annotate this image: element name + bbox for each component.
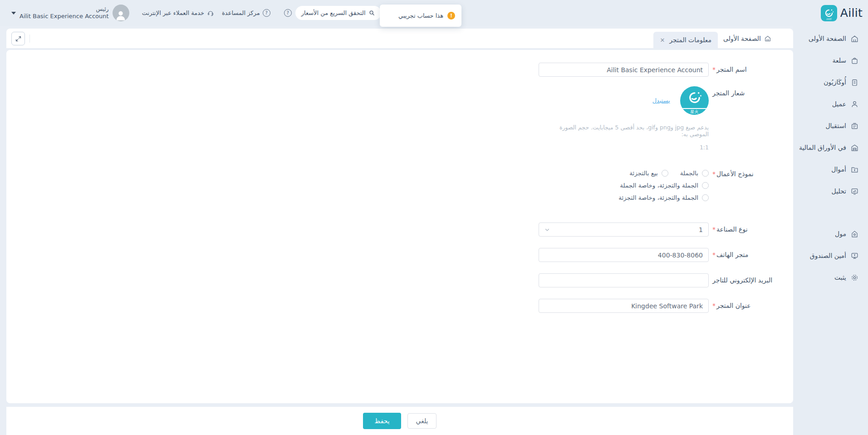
account-name: Ailit Basic Experience Account — [20, 13, 109, 20]
analysis-icon — [850, 187, 859, 196]
help-question-icon[interactable]: ? — [284, 9, 292, 17]
save-button[interactable]: يحفظ — [363, 413, 401, 429]
sidebar-item-label: في الأوراق المالية — [799, 144, 846, 151]
sidebar-item-analysis[interactable]: تحليل — [793, 180, 868, 202]
chevron-down-icon[interactable] — [11, 12, 16, 15]
sidebar: intl Ailit الصفحة الأولى سلعة أُوكَازيُو… — [793, 0, 868, 435]
tab-store-info[interactable]: معلومات المتجر ✕ — [653, 32, 718, 48]
merchant-email-input[interactable] — [539, 273, 709, 287]
quick-price-check-search[interactable]: التحقق السريع من الأسعار — [295, 6, 381, 20]
expand-button[interactable] — [11, 32, 25, 45]
customer-service-label: خدمة العملاء عبر الإنترنت — [142, 10, 204, 16]
store-name-row: اسم المتجر* — [6, 63, 786, 77]
demo-account-toast: ! هذا حساب تجريبي — [380, 5, 461, 27]
store-info-form-panel: اسم المتجر* شعار المتجر 星火 يستبدل يدعم ص… — [6, 50, 793, 403]
home-icon — [764, 35, 771, 42]
customer-service-item[interactable]: خدمة العملاء عبر الإنترنت — [142, 10, 214, 17]
warehouse-icon — [850, 143, 859, 152]
sidebar-item-label: سلعة — [832, 57, 846, 64]
account-block[interactable]: رئيس Ailit Basic Experience Account — [20, 6, 109, 20]
sidebar-item-label: الصفحة الأولى — [809, 35, 846, 42]
avatar[interactable] — [113, 5, 129, 21]
radio-mainly-wholesale[interactable]: الجملة والتجزئة، وخاصة الجملة — [620, 182, 709, 189]
tab-store-info-label: معلومات المتجر — [669, 36, 711, 44]
store-phone-row: متجر الهاتف* — [6, 248, 786, 262]
required-mark: * — [712, 302, 716, 309]
brand-name: Ailit — [840, 6, 863, 20]
receive-icon — [850, 122, 859, 130]
merchant-email-row: البريد الإلكتروني للتاجر — [6, 273, 786, 287]
store-phone-input[interactable] — [539, 248, 709, 262]
store-logo-row: شعار المتجر 星火 يستبدل يدعم صيغ jpg وpng … — [6, 86, 786, 151]
industry-type-value: 1 — [699, 226, 703, 233]
clipboard-icon — [850, 78, 859, 87]
store-name-label: اسم المتجر* — [709, 63, 786, 77]
sidebar-nav: الصفحة الأولى سلعة أُوكَازيُون عميل استق… — [793, 26, 868, 288]
sidebar-item-customer[interactable]: عميل — [793, 93, 868, 115]
sidebar-item-label: أموال — [831, 166, 846, 173]
brand-badge: intl — [826, 17, 832, 20]
sidebar-item-label: أمين الصندوق — [810, 252, 846, 259]
sidebar-item-label: مول — [835, 230, 846, 237]
close-icon[interactable]: ✕ — [660, 37, 665, 43]
store-logo-image: 星火 — [680, 86, 709, 115]
logo-upload-hint: يدعم صيغ jpg وpng وgif، بحد أقصى 5 ميجاب… — [539, 124, 709, 138]
mall-icon — [850, 230, 859, 238]
goods-bag-icon — [850, 56, 859, 65]
business-model-row: نموذج الأعمال* بالجملة بيع بالتجزئة الجم… — [6, 167, 786, 206]
required-mark: * — [712, 251, 716, 258]
help-center-label: مركز المساعدة — [222, 10, 260, 16]
help-center-item[interactable]: ? مركز المساعدة — [222, 9, 270, 17]
industry-type-label: نوع الصناعة* — [709, 222, 786, 237]
sidebar-item-mall[interactable]: مول — [793, 223, 868, 245]
store-address-label: عنوان المتجر* — [709, 299, 786, 313]
industry-type-select[interactable]: 1 — [539, 222, 709, 237]
radio-wholesale[interactable]: بالجملة — [680, 169, 709, 177]
headset-icon — [207, 10, 214, 17]
sidebar-item-cashier[interactable]: أمين الصندوق — [793, 245, 868, 267]
ailit-logo-icon: intl — [821, 5, 837, 21]
radio-circle-icon — [702, 194, 709, 201]
store-address-input[interactable] — [539, 299, 709, 313]
replace-logo-link[interactable]: يستبدل — [652, 97, 670, 104]
warning-icon: ! — [447, 12, 455, 20]
required-mark: * — [712, 170, 716, 178]
home-icon — [850, 35, 859, 43]
demo-account-text: هذا حساب تجريبي — [398, 12, 443, 19]
radio-mainly-retail[interactable]: الجملة والتجزئة، وخاصة التجزئة — [618, 194, 709, 201]
chevron-down-icon — [544, 227, 550, 232]
expand-icon — [15, 35, 22, 42]
sidebar-item-goods[interactable]: سلعة — [793, 49, 868, 71]
logo-ratio-hint: 1:1 — [539, 144, 709, 151]
store-logo-caption: 星火 — [680, 108, 709, 115]
brand-logo[interactable]: intl Ailit — [793, 0, 868, 26]
cashier-icon — [850, 252, 859, 260]
required-mark: * — [712, 226, 716, 233]
business-model-label: نموذج الأعمال* — [709, 167, 786, 181]
radio-circle-icon — [702, 170, 709, 177]
avatar-person-icon — [114, 9, 127, 21]
store-address-row: عنوان المتجر* — [6, 299, 786, 313]
account-role: رئيس — [20, 6, 109, 13]
sidebar-item-settings[interactable]: يثبت — [793, 267, 868, 288]
store-phone-label: متجر الهاتف* — [709, 248, 786, 262]
tab-home-label: الصفحة الأولى — [723, 35, 761, 42]
sidebar-item-inventory[interactable]: في الأوراق المالية — [793, 137, 868, 158]
person-icon — [850, 100, 859, 109]
sidebar-section-gap — [793, 202, 868, 223]
radio-retail[interactable]: بيع بالتجزئة — [629, 169, 668, 177]
search-icon — [368, 10, 375, 16]
sidebar-item-home[interactable]: الصفحة الأولى — [793, 28, 868, 49]
tab-home[interactable]: الصفحة الأولى — [718, 29, 777, 48]
sidebar-item-label: عميل — [832, 100, 846, 108]
cancel-button[interactable]: يلغي — [407, 413, 436, 429]
search-label: التحقق السريع من الأسعار — [301, 10, 366, 16]
sidebar-item-funds[interactable]: أموال — [793, 158, 868, 180]
store-name-input[interactable] — [539, 63, 709, 77]
question-circle-icon: ? — [263, 9, 270, 17]
sidebar-item-label: أُوكَازيُون — [824, 79, 846, 86]
sidebar-item-receive[interactable]: استقبال — [793, 115, 868, 137]
tab-bar: الصفحة الأولى معلومات المتجر ✕ — [6, 29, 793, 48]
sidebar-item-promotions[interactable]: أُوكَازيُون — [793, 71, 868, 93]
sidebar-item-label: استقبال — [825, 122, 846, 129]
